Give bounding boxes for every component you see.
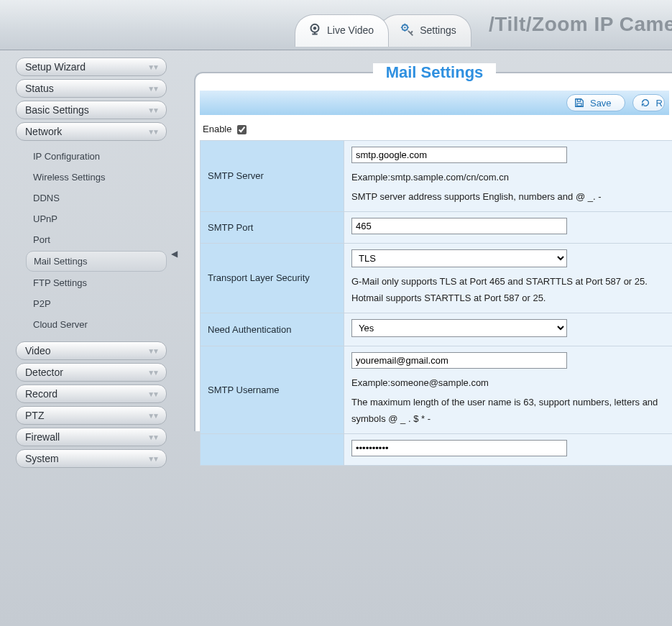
sidebar-section-label: Video [25, 345, 51, 356]
username-hint2: The maximum length of the user name is 6… [351, 394, 670, 428]
gear-wrench-icon [400, 22, 415, 38]
sidebar-section-label: Basic Settings [25, 104, 89, 116]
chevron-down-icon: ▼▼ [147, 390, 157, 398]
svg-rect-4 [577, 99, 580, 102]
sidebar-section-record[interactable]: Record ▼▼ [16, 385, 167, 403]
action-bar: Save R [200, 91, 669, 115]
sidebar-item-port[interactable]: Port [26, 230, 167, 249]
username-cell: Example:someone@sample.com The maximum l… [344, 346, 673, 433]
sidebar-section-detector[interactable]: Detector ▼▼ [16, 363, 167, 382]
sidebar: Setup Wizard ▼▼ Status ▼▼ Basic Settings… [16, 57, 167, 471]
auth-label: Need Authentication [201, 313, 344, 346]
refresh-button[interactable]: R [632, 94, 665, 111]
refresh-button-label: R [656, 98, 663, 109]
sidebar-item-label: DDNS [33, 193, 60, 203]
save-icon [574, 98, 584, 108]
enable-checkbox[interactable] [237, 125, 247, 134]
sidebar-section-basic-settings[interactable]: Basic Settings ▼▼ [16, 101, 167, 119]
row-password [201, 433, 673, 465]
chevron-down-icon: ▼▼ [147, 128, 157, 136]
chevron-down-icon: ▼▼ [147, 85, 157, 93]
row-smtp-port: SMTP Port [201, 211, 673, 243]
sidebar-item-ip-configuration[interactable]: IP Configuration [26, 147, 167, 166]
enable-label: Enable [203, 124, 231, 134]
sidebar-item-label: Mail Settings [34, 256, 87, 267]
sidebar-section-label: Status [25, 83, 54, 94]
sidebar-section-label: Network [25, 126, 62, 137]
sidebar-item-label: UPnP [33, 213, 57, 224]
sidebar-item-label: P2P [33, 298, 51, 309]
chevron-down-icon: ▼▼ [147, 369, 157, 377]
smtp-port-cell [344, 211, 673, 243]
panel-title-wrap: Mail Settings [195, 63, 672, 82]
sidebar-item-upnp[interactable]: UPnP [26, 209, 167, 229]
smtp-port-input[interactable] [351, 218, 567, 234]
sidebar-section-setup-wizard[interactable]: Setup Wizard ▼▼ [16, 57, 167, 76]
svg-point-1 [313, 27, 316, 29]
network-subitems: IP Configuration Wireless Settings DDNS … [16, 144, 167, 341]
sidebar-section-label: Detector [25, 367, 63, 378]
auth-select[interactable]: Yes [351, 319, 567, 337]
username-input[interactable] [351, 352, 567, 369]
sidebar-item-p2p[interactable]: P2P [26, 294, 167, 313]
top-header: Live Video Settings /Tilt/Zoom IP Came [0, 0, 672, 50]
smtp-port-label: SMTP Port [201, 211, 344, 243]
sidebar-section-video[interactable]: Video ▼▼ [16, 341, 167, 360]
sidebar-item-label: Port [33, 234, 50, 245]
sidebar-section-label: Record [25, 388, 57, 400]
chevron-down-icon: ▼▼ [147, 412, 157, 420]
tls-label: Transport Layer Security [201, 243, 344, 313]
password-input[interactable] [351, 440, 567, 456]
sidebar-item-label: Wireless Settings [33, 172, 105, 183]
tab-live-video-label: Live Video [327, 24, 374, 36]
enable-row: Enable [195, 119, 672, 139]
smtp-server-hint1: Example:smtp.sample.com/cn/com.cn [351, 169, 670, 185]
password-label [201, 433, 344, 465]
smtp-server-input[interactable] [351, 147, 567, 163]
sidebar-item-ftp-settings[interactable]: FTP Settings [26, 273, 167, 293]
panel-title: Mail Settings [373, 63, 497, 82]
sidebar-section-label: Setup Wizard [25, 61, 86, 73]
settings-form-table: SMTP Server Example:smtp.sample.com/cn/c… [200, 140, 672, 466]
sidebar-item-label: IP Configuration [33, 151, 100, 162]
refresh-icon [640, 98, 650, 108]
sidebar-item-wireless-settings[interactable]: Wireless Settings [26, 167, 167, 187]
row-tls: Transport Layer Security TLS G-Mail only… [201, 243, 673, 313]
smtp-server-cell: Example:smtp.sample.com/cn/com.cn SMTP s… [344, 141, 673, 212]
sidebar-section-system[interactable]: System ▼▼ [16, 449, 167, 468]
sidebar-section-network[interactable]: Network ▼▼ [16, 122, 167, 141]
row-smtp-server: SMTP Server Example:smtp.sample.com/cn/c… [201, 141, 673, 212]
sidebar-section-firewall[interactable]: Firewall ▼▼ [16, 428, 167, 446]
tls-hint: G-Mail only supports TLS at Port 465 and… [351, 273, 670, 307]
username-label: SMTP Username [201, 346, 344, 433]
sidebar-section-status[interactable]: Status ▼▼ [16, 79, 167, 98]
main-panel: Mail Settings Save R Enable SMTP Server [194, 72, 672, 431]
tls-cell: TLS G-Mail only supports TLS at Port 465… [344, 243, 673, 313]
sidebar-section-label: PTZ [25, 410, 44, 421]
sidebar-section-label: System [25, 453, 59, 464]
save-button-label: Save [590, 98, 612, 109]
chevron-down-icon: ▼▼ [147, 455, 157, 463]
row-auth: Need Authentication Yes [201, 313, 673, 346]
sidebar-section-ptz[interactable]: PTZ ▼▼ [16, 406, 167, 425]
sidebar-item-label: Cloud Server [33, 319, 88, 330]
smtp-server-hint2: SMTP server address supports English, nu… [351, 188, 670, 205]
chevron-down-icon: ▼▼ [147, 433, 157, 441]
sidebar-item-cloud-server[interactable]: Cloud Server [26, 315, 167, 334]
tls-select[interactable]: TLS [351, 249, 567, 267]
tab-settings[interactable]: Settings [379, 14, 471, 47]
username-hint1: Example:someone@sample.com [351, 374, 670, 391]
sidebar-item-mail-settings[interactable]: Mail Settings [26, 251, 167, 272]
tab-live-video[interactable]: Live Video [295, 14, 389, 47]
tab-settings-label: Settings [420, 24, 456, 36]
save-button[interactable]: Save [566, 94, 625, 111]
chevron-down-icon: ▼▼ [147, 347, 157, 355]
row-username: SMTP Username Example:someone@sample.com… [201, 346, 673, 433]
header-title: /Tilt/Zoom IP Came [489, 13, 672, 36]
smtp-server-label: SMTP Server [201, 141, 344, 212]
password-cell [344, 433, 673, 465]
auth-cell: Yes [344, 313, 673, 346]
sidebar-item-label: FTP Settings [33, 277, 87, 288]
header-tabs: Live Video Settings [295, 7, 461, 47]
sidebar-item-ddns[interactable]: DDNS [26, 188, 167, 208]
